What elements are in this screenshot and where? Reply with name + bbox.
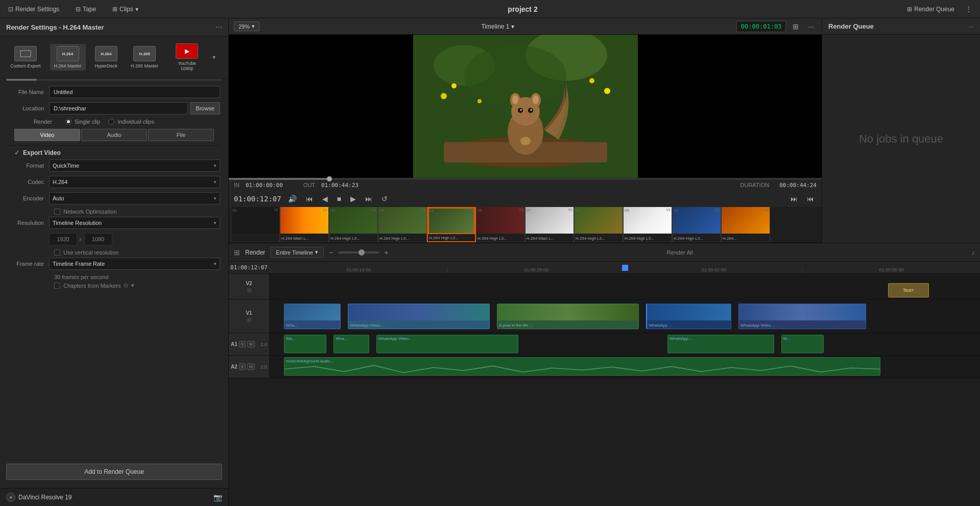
menu-clips[interactable]: ⊞ Clips ▾ xyxy=(109,5,141,14)
resolution-select[interactable]: Timeline Resolution xyxy=(49,217,220,229)
a2-clip-1[interactable]: music/background audio... xyxy=(284,357,880,376)
individual-clips-radio[interactable] xyxy=(108,119,114,125)
timeline-selector[interactable]: Timeline 1 ▾ xyxy=(481,23,514,30)
panel-more-btn[interactable]: ··· xyxy=(216,22,222,32)
tab-file[interactable]: File xyxy=(148,129,214,141)
single-clip-radio[interactable] xyxy=(65,119,71,125)
a2-solo-btn[interactable]: S xyxy=(239,363,246,370)
res-width-input[interactable] xyxy=(49,233,77,245)
add-to-queue-button[interactable]: Add to Render Queue xyxy=(6,464,222,480)
youtube-icon: ▶ xyxy=(176,43,198,59)
render-queue-btn[interactable]: ⊞ Render Queue xyxy=(904,5,958,14)
filmstrip-clip-10[interactable]: 10 V1 H.264 High L3... xyxy=(672,207,721,243)
form-section: File Name Location Browse Render Single … xyxy=(0,81,228,455)
network-opt-checkbox[interactable] xyxy=(54,209,60,215)
a1-solo-btn[interactable]: S xyxy=(239,341,246,348)
preview-more-btn[interactable]: ··· xyxy=(805,21,817,32)
filmstrip-clip-07[interactable]: 07 V1 H.264 Main L... xyxy=(525,207,574,243)
render-all-button[interactable]: Render All xyxy=(667,249,693,256)
preset-label-hyperdeck: HyperDeck xyxy=(95,63,118,68)
play-btn[interactable]: ▶ xyxy=(348,194,358,204)
prev-clip-btn[interactable]: ⏮ xyxy=(804,194,817,204)
filmstrip-clip-08[interactable]: 08 V1 H.264 High L3... xyxy=(574,207,623,243)
a1-clip-4[interactable]: WhatsApp ... xyxy=(667,335,774,353)
menu-render-settings[interactable]: ⊡ Render Settings xyxy=(5,5,62,14)
filmstrip-clip-01[interactable]: 01 V2 xyxy=(231,207,280,243)
a1-clip-2[interactable]: Wha... xyxy=(333,335,369,353)
next-clip-btn[interactable]: ⏭ xyxy=(788,194,800,204)
browse-button[interactable]: Browse xyxy=(190,102,220,114)
preset-h265[interactable]: H.265 H.265 Master xyxy=(127,44,162,71)
single-clip-option[interactable]: Single clip xyxy=(65,119,100,125)
a1-clip-1[interactable]: Wa... xyxy=(284,335,326,353)
filmstrip-clip-05[interactable]: 05 V1 H.264 High L3... xyxy=(427,207,476,243)
skip-start-btn[interactable]: ⏮ xyxy=(303,194,316,204)
filmstrip-clip-02[interactable]: 02 V1 H.264 Main L... xyxy=(280,207,329,243)
location-input[interactable] xyxy=(49,102,188,114)
zoom-in-btn[interactable]: + xyxy=(384,248,388,257)
filmstrip-clip-04[interactable]: 04 V1 H.264 High L3... xyxy=(378,207,427,243)
loop-btn[interactable]: ↺ xyxy=(379,194,390,204)
v1-clip-ayear[interactable]: A year in the life ... xyxy=(497,304,639,329)
ruler-mark-3: 01:00:42:00 xyxy=(625,267,803,273)
clip-thumb-10 xyxy=(673,207,721,234)
use-vertical-checkbox[interactable] xyxy=(54,249,60,256)
tab-audio[interactable]: Audio xyxy=(81,129,147,141)
custom-export-icon xyxy=(14,46,37,61)
filmstrip-clip-11[interactable]: 11 V1 H.264... xyxy=(721,207,770,243)
main-layout: Render Settings - H.264 Master ··· Custo… xyxy=(0,18,980,506)
v1-label-1: Wha... xyxy=(286,323,298,328)
frame-rate-select[interactable]: Timeline Frame Rate xyxy=(49,258,220,270)
v1-clip-whatsapp2[interactable]: WhatsApp Video... xyxy=(348,304,490,329)
export-video-row: ✓ Export Video xyxy=(8,145,220,159)
playhead-marker xyxy=(622,265,628,271)
preset-custom-export[interactable]: Custom Export xyxy=(6,44,45,71)
encoder-select[interactable]: Auto xyxy=(49,192,220,204)
rq-more-btn[interactable]: ··· xyxy=(969,23,974,30)
step-back-btn[interactable]: ◀ xyxy=(320,194,330,204)
volume-btn[interactable]: 🔊 xyxy=(285,194,299,204)
top-more-btn[interactable]: ⋮ xyxy=(963,5,975,14)
v1-clip-whatsapp3[interactable]: WhatsApp ... xyxy=(646,304,731,329)
panel-title: Render Settings - H.264 Master xyxy=(6,24,104,31)
render-scope-selector[interactable]: Entire Timeline ▾ xyxy=(270,247,324,258)
filmstrip-clip-09[interactable]: 09 V1 H.264 High L3... xyxy=(623,207,672,243)
text-plus-clip[interactable]: Text+ xyxy=(888,283,929,297)
a1-label-3: WhatsApp Video... xyxy=(378,336,412,341)
presets-dropdown-btn[interactable]: ▾ xyxy=(212,54,216,61)
filename-input[interactable] xyxy=(49,86,220,98)
filmstrip-clip-03[interactable]: 03 V1 H.264 High L3... xyxy=(329,207,378,243)
stop-btn[interactable]: ■ xyxy=(334,194,344,204)
res-height-input[interactable] xyxy=(84,233,112,245)
frame-rate-row: Frame rate Timeline Frame Rate xyxy=(8,258,220,270)
out-timecode: 01:00:44:23 xyxy=(321,182,358,189)
individual-clips-option[interactable]: Individual clips xyxy=(108,119,154,125)
clip-num-06: 06 xyxy=(477,208,482,213)
chapters-checkbox[interactable] xyxy=(54,283,60,289)
render-options-btn[interactable]: ⊞ xyxy=(234,248,240,257)
progress-bar[interactable] xyxy=(229,178,822,179)
skip-end-btn[interactable]: ⏭ xyxy=(363,194,375,204)
export-video-checkmark: ✓ xyxy=(14,149,20,156)
timeline-zoom-slider[interactable] xyxy=(338,251,379,254)
a1-clip-3[interactable]: WhatsApp Video... xyxy=(376,335,518,353)
a2-mute-btn[interactable]: M xyxy=(247,363,255,370)
v1-clip-whatsapp4[interactable]: WhatsApp Video ... xyxy=(738,304,866,329)
zoom-out-btn[interactable]: − xyxy=(329,248,333,257)
preset-hyperdeck[interactable]: H.264 HyperDeck xyxy=(91,44,122,71)
track-icon-v1: ⊟ xyxy=(247,317,251,323)
timecode-display[interactable]: 00:00:01:03 xyxy=(736,21,786,32)
v1-clip-whatsapp1[interactable]: Wha... xyxy=(284,304,341,329)
codec-select[interactable]: H.264 xyxy=(49,176,220,188)
a1-clip-5[interactable]: W... xyxy=(781,335,824,353)
zoom-value: 29% xyxy=(238,24,250,30)
format-select[interactable]: QuickTime xyxy=(49,159,220,172)
timecode-settings-btn[interactable]: ⊞ xyxy=(790,21,801,32)
tab-video[interactable]: Video xyxy=(14,129,80,141)
zoom-button[interactable]: 29% ▾ xyxy=(234,21,259,31)
preset-h264-master[interactable]: H.264 H.264 Master xyxy=(50,44,86,71)
a1-mute-btn[interactable]: M xyxy=(247,341,255,348)
menu-tape[interactable]: ⊟ Tape xyxy=(73,5,99,14)
preset-youtube[interactable]: ▶ YouTube 1080p xyxy=(168,41,206,73)
filmstrip-clip-06[interactable]: 06 V1 H.264 High L3... xyxy=(476,207,525,243)
